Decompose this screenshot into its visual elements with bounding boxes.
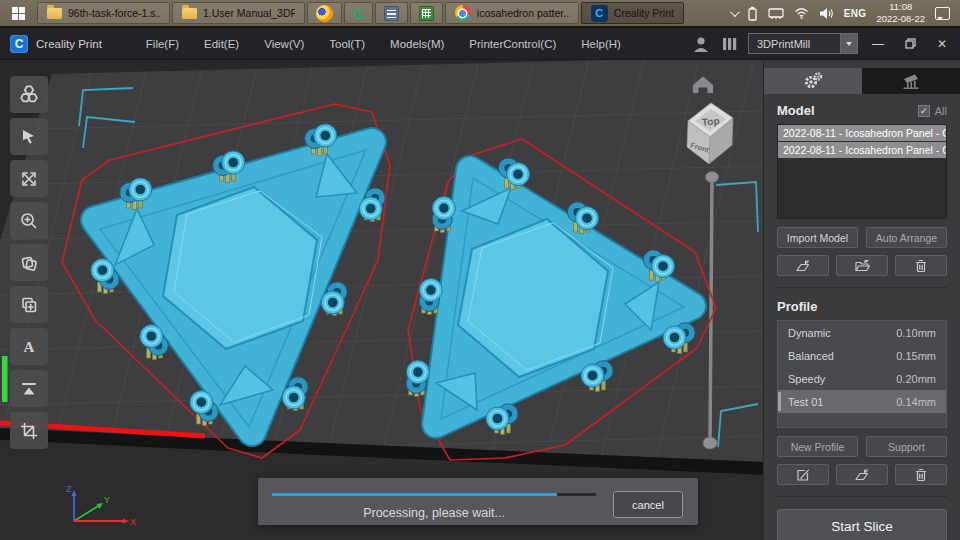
taskbar-item-folder-1[interactable]: 96th-task-force-1.s... (37, 2, 170, 24)
taskbar-item-wps-spreadsheet[interactable] (410, 2, 443, 24)
menu-view[interactable]: View(V) (264, 38, 304, 50)
profile-list: Dynamic 0.10mm Balanced 0.15mm Speedy 0.… (777, 320, 947, 428)
profile-name: Speedy (788, 373, 825, 385)
trash-icon (913, 467, 929, 483)
svg-text:A: A (24, 339, 35, 355)
speaker-icon[interactable] (819, 7, 834, 20)
view-cube-top-label: Top (701, 115, 719, 127)
copy-profile-button[interactable] (836, 464, 888, 485)
section-divider (777, 496, 947, 497)
tab-prepare-settings[interactable] (764, 68, 862, 94)
windows-taskbar: 96th-task-force-1.s... 1.User Manual_3DP… (0, 0, 960, 28)
profile-row-test01-selected[interactable]: Test 01 0.14mm (778, 390, 946, 413)
start-button[interactable] (0, 0, 36, 26)
taskbar-item-folder-2[interactable]: 1.User Manual_3DP... (172, 2, 305, 24)
restore-button[interactable] (898, 32, 922, 56)
start-slice-button[interactable]: Start Slice (777, 509, 947, 540)
processing-dialog: Processing, please wait... cancel (258, 478, 698, 525)
taskbar-item-chrome[interactable]: icosahedron patter... (445, 2, 579, 24)
model-list-item[interactable]: 2022-08-11 - Icosahedron Panel - Char (778, 125, 946, 141)
taskbar-item-wps-writer[interactable] (375, 2, 408, 24)
user-account-icon[interactable] (690, 33, 712, 55)
profile-section-title: Profile (777, 299, 817, 314)
new-profile-button[interactable]: New Profile (777, 436, 858, 457)
import-model-button[interactable]: Import Model (777, 227, 858, 248)
taskbar-item-creality-print[interactable]: C Creality Print (581, 2, 684, 24)
folder-icon (47, 8, 62, 19)
taskbar-item-label: icosahedron patter... (477, 7, 569, 19)
axis-y-label: Y (104, 495, 110, 505)
taskbar-item-firefox[interactable] (307, 2, 342, 24)
usb-device-icon[interactable] (747, 6, 758, 21)
profile-row-speedy[interactable]: Speedy 0.20mm (778, 367, 946, 390)
taskbar-item-label: 96th-task-force-1.s... (68, 7, 160, 19)
support-button[interactable]: Support (866, 436, 947, 457)
lay-flat-button[interactable] (10, 370, 48, 407)
taskbar-item-label: 1.User Manual_3DP... (203, 7, 295, 19)
printer-selector-value: 3DPrintMill (749, 38, 840, 50)
profile-name: Test 01 (788, 396, 823, 408)
profile-layer-height: 0.20mm (896, 373, 936, 385)
zoom-button[interactable] (10, 202, 48, 239)
profile-row-balanced[interactable]: Balanced 0.15mm (778, 344, 946, 367)
select-all-control[interactable]: ✓ All (918, 105, 947, 117)
wifi-icon[interactable] (794, 7, 809, 19)
y-axis-strip (2, 356, 8, 402)
clock[interactable]: 11:08 2022-08-22 (876, 1, 925, 25)
profile-layer-height: 0.10mm (896, 327, 936, 339)
support-structure-icon (900, 72, 922, 90)
profile-layer-height: 0.15mm (896, 350, 936, 362)
text-button[interactable]: A (10, 328, 48, 365)
edit-profile-button[interactable] (777, 464, 829, 485)
profile-row-dynamic[interactable]: Dynamic 0.10mm (778, 321, 946, 344)
clone-model-button[interactable] (777, 255, 829, 276)
printer-selector-dropdown-icon[interactable] (840, 34, 857, 53)
menu-tool[interactable]: Tool(T) (329, 38, 365, 50)
auto-arrange-button[interactable]: Auto Arrange (866, 227, 947, 248)
delete-model-button[interactable] (895, 255, 947, 276)
select-all-checkbox[interactable]: ✓ (918, 105, 930, 117)
build-plate-viewport[interactable]: Top Front Z Y X (0, 60, 763, 540)
cancel-button[interactable]: cancel (613, 491, 683, 518)
menu-printercontrol[interactable]: PrinterControl(C) (469, 38, 556, 50)
right-panel: Model ✓ All 2022-08-11 - Icosahedron Pan… (763, 60, 960, 540)
device-list-icon[interactable] (720, 35, 740, 53)
profile-layer-height: 0.14mm (896, 396, 936, 408)
creality-logo-icon: C (10, 35, 28, 53)
profile-section: Profile Dynamic 0.10mm Balanced 0.15mm S… (764, 299, 960, 497)
memory-card-icon[interactable] (768, 7, 784, 19)
menu-edit[interactable]: Edit(E) (204, 38, 239, 50)
model-list-item[interactable]: 2022-08-11 - Icosahedron Panel - Char (778, 142, 946, 158)
taskbar-item-label: Creality Print (614, 7, 674, 19)
scale-button[interactable] (10, 160, 48, 197)
delete-profile-button[interactable] (895, 464, 947, 485)
menu-file[interactable]: File(F) (146, 38, 179, 50)
notification-center-icon[interactable] (935, 7, 950, 20)
wps-spreadsheet-icon (419, 6, 434, 21)
printer-selector[interactable]: 3DPrintMill (748, 33, 858, 54)
menu-models[interactable]: Models(M) (390, 38, 444, 50)
axis-x-label: X (130, 517, 136, 527)
windows-logo-icon (12, 7, 25, 20)
menu-help[interactable]: Help(H) (581, 38, 621, 50)
cut-button[interactable] (10, 412, 48, 449)
open-model-folder-button[interactable] (836, 255, 888, 276)
folder-icon (182, 8, 197, 19)
clock-date: 2022-08-22 (876, 13, 925, 25)
select-move-button[interactable] (10, 118, 48, 155)
rotate-button[interactable] (10, 244, 48, 281)
minimize-button[interactable]: — (866, 32, 890, 56)
wps-writer-icon (384, 6, 399, 21)
model-list-button[interactable] (10, 76, 48, 113)
taskbar-item-c-browser[interactable]: C (344, 2, 373, 24)
model-section-title: Model (777, 103, 815, 118)
model-list[interactable]: 2022-08-11 - Icosahedron Panel - Char 20… (777, 124, 947, 219)
hidden-icons-chevron-icon[interactable] (730, 7, 740, 17)
app-title: Creality Print (36, 38, 102, 50)
clone-button[interactable] (10, 286, 48, 323)
language-indicator[interactable]: ENG (844, 8, 867, 19)
profile-name: Dynamic (788, 327, 831, 339)
close-button[interactable]: ✕ (930, 32, 954, 56)
duplicate-plate-icon (854, 467, 871, 483)
tab-support[interactable] (862, 68, 960, 94)
